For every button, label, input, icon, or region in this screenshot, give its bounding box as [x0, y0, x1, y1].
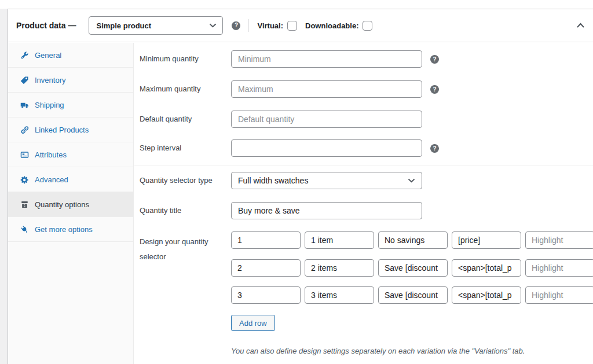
- quantity-options-panel: Minimum quantity ? Maximum quantity ? De…: [134, 43, 593, 364]
- metabox-title: Product data —: [16, 21, 76, 30]
- sidebar-item-label: Attributes: [35, 150, 67, 159]
- plug-icon: [20, 225, 29, 234]
- design-highlight-input[interactable]: [525, 286, 593, 304]
- sidebar-item-label: Shipping: [35, 101, 64, 109]
- wrench-icon: [20, 51, 29, 60]
- sidebar-item-general[interactable]: General: [8, 43, 133, 68]
- quantity-selector-type-wrap: Full width swatches: [231, 172, 422, 189]
- step-interval-input[interactable]: [231, 139, 422, 157]
- quantity-title-input[interactable]: [231, 202, 422, 219]
- minimum-quantity-label: Minimum quantity: [140, 50, 229, 68]
- design-savings-input[interactable]: [378, 231, 448, 249]
- collapse-toggle-button[interactable]: [574, 20, 587, 31]
- help-icon[interactable]: ?: [430, 85, 439, 94]
- design-savings-input[interactable]: [378, 286, 448, 304]
- metabox-header: Product data — Simple product ? Virtual:…: [8, 9, 593, 42]
- design-qty-input[interactable]: [231, 231, 301, 249]
- design-item-label-input[interactable]: [305, 231, 374, 249]
- design-highlight-input[interactable]: [525, 259, 593, 277]
- design-price-input[interactable]: [452, 231, 521, 249]
- sidebar-item-quantity-options[interactable]: Quantity options: [8, 192, 133, 217]
- sidebar-item-label: Quantity options: [35, 200, 89, 209]
- sidebar-item-label: General: [35, 51, 61, 60]
- help-icon[interactable]: ?: [430, 55, 439, 64]
- design-qty-input[interactable]: [231, 286, 301, 304]
- sidebar-item-label: Inventory: [35, 76, 65, 84]
- metabox-body: General Inventory Shipping Linked Produc…: [8, 43, 593, 364]
- sidebar-item-get-more-options[interactable]: Get more options: [8, 217, 133, 242]
- admin-page-gutter: [0, 9, 8, 364]
- product-data-metabox: Product data — Simple product ? Virtual:…: [8, 9, 593, 364]
- product-type-select[interactable]: Simple product: [89, 16, 223, 35]
- design-savings-input[interactable]: [378, 259, 448, 277]
- downloadable-label: Downloadable:: [305, 21, 358, 30]
- quantity-options-icon: [20, 200, 29, 209]
- step-interval-label: Step interval: [140, 139, 229, 157]
- sidebar-item-label: Linked Products: [35, 126, 89, 134]
- quantity-selector-type-label: Quantity selector type: [140, 172, 229, 189]
- design-highlight-input[interactable]: [525, 231, 593, 249]
- sidebar-item-linked-products[interactable]: Linked Products: [8, 117, 133, 142]
- quantity-title-row: Quantity title: [134, 202, 593, 219]
- chevron-up-icon: [576, 23, 585, 28]
- sidebar-item-label: Get more options: [35, 225, 93, 234]
- help-icon[interactable]: ?: [430, 144, 439, 153]
- virtual-checkbox[interactable]: [287, 21, 297, 31]
- design-price-input[interactable]: [452, 259, 521, 277]
- product-type-select-wrap: Simple product: [89, 16, 223, 35]
- downloadable-checkbox[interactable]: [363, 21, 372, 31]
- step-interval-row: Step interval ?: [134, 139, 593, 157]
- default-quantity-input[interactable]: [231, 111, 422, 128]
- default-quantity-label: Default quantity: [140, 111, 229, 128]
- design-price-input[interactable]: [452, 286, 521, 304]
- section-divider: [134, 166, 593, 166]
- truck-icon: [20, 101, 29, 109]
- design-item-label-input[interactable]: [305, 286, 374, 304]
- sidebar-item-attributes[interactable]: Attributes: [8, 142, 133, 167]
- minimum-quantity-row: Minimum quantity ?: [134, 50, 593, 68]
- tag-icon: [20, 76, 29, 84]
- default-quantity-row: Default quantity: [134, 111, 593, 128]
- virtual-label: Virtual:: [257, 21, 283, 30]
- minimum-quantity-input[interactable]: [231, 50, 422, 68]
- sidebar-item-advanced[interactable]: Advanced: [8, 167, 133, 192]
- header-divider: [248, 19, 249, 32]
- maximum-quantity-label: Maximum quantity: [140, 80, 229, 98]
- gear-icon: [20, 175, 29, 184]
- design-selector-label: Design your quantity selector: [140, 234, 228, 264]
- sidebar-item-inventory[interactable]: Inventory: [8, 68, 133, 93]
- attributes-icon: [20, 150, 29, 159]
- design-qty-input[interactable]: [231, 259, 301, 277]
- quantity-selector-type-select[interactable]: Full width swatches: [231, 172, 422, 189]
- variations-note: You can also define design settings sepa…: [231, 347, 525, 355]
- link-icon: [20, 126, 29, 134]
- quantity-selector-type-row: Quantity selector type Full width swatch…: [134, 172, 593, 189]
- maximum-quantity-row: Maximum quantity ?: [134, 80, 593, 98]
- sidebar-item-shipping[interactable]: Shipping: [8, 93, 133, 117]
- sidebar-item-label: Advanced: [35, 175, 68, 184]
- maximum-quantity-input[interactable]: [231, 80, 422, 98]
- design-item-label-input[interactable]: [305, 259, 374, 277]
- product-data-tabs: General Inventory Shipping Linked Produc…: [8, 43, 134, 364]
- help-icon[interactable]: ?: [232, 21, 240, 30]
- quantity-title-label: Quantity title: [140, 202, 229, 219]
- add-row-button[interactable]: Add row: [231, 315, 275, 331]
